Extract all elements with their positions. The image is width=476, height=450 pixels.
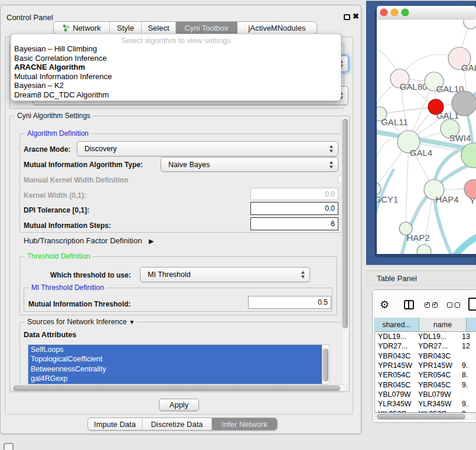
algorithm-option-label: Basic Correlation Inference bbox=[14, 54, 107, 63]
cell-shared-name: YBL079W bbox=[374, 390, 416, 399]
tab-network[interactable]: Network bbox=[54, 22, 110, 34]
cell-name: YBR045C bbox=[416, 380, 459, 390]
close-icon[interactable]: ✖ bbox=[353, 12, 359, 21]
cell-extra: 12 bbox=[459, 341, 474, 351]
data-attribute-item[interactable]: gal4RGexp bbox=[28, 374, 322, 383]
tab-label: Network bbox=[73, 24, 101, 32]
table-row[interactable]: YPR145W YPR145W 9. bbox=[374, 361, 476, 370]
new-table-icon[interactable] bbox=[468, 298, 476, 311]
select-all-columns-icon[interactable] bbox=[425, 302, 440, 308]
tab-label: Discretize Data bbox=[151, 420, 203, 429]
dpi-tolerance-label: DPI Tolerance [0,1]: bbox=[24, 206, 89, 214]
tab-discretize-data[interactable]: Discretize Data bbox=[142, 418, 212, 430]
tab-label: Impute Data bbox=[94, 420, 136, 429]
mi-type-label: Mutual Information Algorithm Type: bbox=[24, 161, 143, 169]
algorithm-option[interactable]: Bayesian – Hill Climbing bbox=[11, 44, 341, 54]
data-attribute-item[interactable]: SelfLoops bbox=[28, 345, 322, 354]
scrollbar-thumb[interactable] bbox=[13, 386, 340, 391]
table-row[interactable]: YBL079W YBL079W bbox=[374, 390, 476, 399]
cell-name: YDR27... bbox=[416, 341, 459, 351]
node-label: SWI4 bbox=[449, 133, 471, 143]
cell-name: YPR145W bbox=[416, 361, 459, 370]
chevron-right-icon[interactable]: ▶ bbox=[149, 237, 154, 245]
apply-button[interactable]: Apply bbox=[159, 399, 199, 411]
settings-group-title: Cyni Algorithm Settings bbox=[15, 112, 93, 120]
algorithm-dropdown: Select algorithm to view settings Bayesi… bbox=[11, 34, 341, 101]
algorithm-option-label: Bayesian – Hill Climbing bbox=[14, 44, 97, 53]
close-traffic-light[interactable] bbox=[380, 9, 387, 16]
column-header-shared-name[interactable]: shared... bbox=[374, 318, 419, 332]
cell-shared-name: YBR045C bbox=[374, 380, 416, 390]
data-attributes-label: Data Attributes bbox=[24, 331, 76, 339]
sources-title: Sources for Network Inference bbox=[27, 318, 127, 326]
table-row[interactable]: YBR045C YBR045C 9. bbox=[374, 380, 476, 390]
restore-window-icon[interactable] bbox=[344, 14, 350, 20]
mi-steps-input[interactable]: 6 bbox=[250, 217, 338, 230]
mi-type-select[interactable]: Naive Bayes bbox=[161, 157, 338, 172]
table-row[interactable]: YLR345W YLR345W 9. bbox=[374, 399, 476, 409]
cell-shared-name: YDL19... bbox=[374, 332, 416, 341]
column-header-3[interactable] bbox=[467, 318, 476, 332]
mi-threshold-definition-title: MI Threshold Definition bbox=[29, 283, 106, 292]
dpi-tolerance-input[interactable]: 0.0 bbox=[250, 202, 338, 215]
unselect-all-columns-icon[interactable] bbox=[447, 302, 462, 308]
algorithm-option[interactable]: Dream8 DC_TDC Algorithm bbox=[11, 90, 341, 100]
scrollbar-thumb[interactable] bbox=[343, 119, 348, 328]
algorithm-option-label: Bayesian – K2 bbox=[14, 81, 64, 90]
tab-infer-network[interactable]: Infer Network bbox=[212, 418, 277, 430]
tab-impute-data[interactable]: Impute Data bbox=[88, 418, 142, 430]
settings-vertical-scrollbar[interactable] bbox=[341, 117, 348, 384]
unchecked-box-icon bbox=[447, 302, 452, 308]
node-label: GAL80 bbox=[400, 81, 428, 92]
minimize-traffic-light[interactable] bbox=[391, 9, 398, 16]
panel-corner-widget[interactable] bbox=[4, 443, 14, 450]
algorithm-option[interactable]: Mutual Information Inference bbox=[11, 72, 341, 81]
tab-cyni-toolbox[interactable]: Cyni Toolbox bbox=[176, 22, 237, 34]
sources-expander[interactable]: Sources for Network Inference ▼ bbox=[25, 318, 137, 326]
table-row[interactable]: YDR27... YDR27... 12 bbox=[374, 341, 476, 351]
algorithm-dropdown-placeholder: Select algorithm to view settings bbox=[11, 36, 341, 44]
mi-threshold-input[interactable]: 0.5 bbox=[248, 296, 331, 309]
split-panel-icon[interactable] bbox=[404, 300, 414, 309]
algorithm-option-list: Bayesian – Hill Climbing Basic Correlati… bbox=[11, 44, 341, 99]
tab-style[interactable]: Style bbox=[110, 22, 142, 34]
cell-extra: 9. bbox=[459, 399, 474, 409]
tab-select[interactable]: Select bbox=[142, 22, 176, 34]
cell-shared-name: YER054C bbox=[374, 370, 416, 380]
checked-box-icon bbox=[432, 302, 438, 308]
cell-name: YER054C bbox=[416, 370, 459, 380]
combo-arrows-icon bbox=[301, 271, 305, 279]
aracne-mode-select[interactable]: Discovery bbox=[77, 141, 338, 156]
scrollbar-thumb[interactable] bbox=[323, 348, 328, 381]
table-row[interactable]: YBR043C YBR043C bbox=[374, 351, 476, 361]
gear-icon[interactable]: ⚙ bbox=[380, 298, 389, 311]
column-header-name[interactable]: name bbox=[419, 318, 467, 332]
table-panel-title: Table Panel bbox=[377, 274, 417, 283]
aracne-mode-value: Discovery bbox=[84, 145, 117, 153]
threshold-type-select[interactable]: MI Threshold bbox=[140, 267, 310, 282]
zoom-traffic-light[interactable] bbox=[402, 9, 409, 16]
mi-threshold-label: Mutual Information Threshold: bbox=[28, 300, 131, 308]
table-header-row: shared... name bbox=[374, 318, 476, 332]
cell-name: YBR043C bbox=[416, 351, 459, 361]
table-horizontal-scrollbar[interactable] bbox=[374, 413, 476, 420]
algorithm-option[interactable]: ARACNE Algorithm bbox=[11, 63, 341, 72]
algorithm-option[interactable]: Basic Correlation Inference bbox=[11, 54, 341, 63]
settings-horizontal-scrollbar[interactable] bbox=[11, 384, 347, 392]
data-attribute-item[interactable]: TopologicalCoefficient bbox=[28, 354, 322, 364]
data-attribute-item[interactable]: BetweennessCentrality bbox=[28, 364, 322, 374]
tab-jactivemnodules[interactable]: jActiveMNodules bbox=[237, 22, 317, 34]
cell-shared-name: YBR043C bbox=[374, 351, 416, 361]
mi-type-value: Naive Bayes bbox=[168, 161, 210, 169]
table-row[interactable]: YDL19... YDL19... 13 bbox=[374, 332, 476, 341]
scrollbar-thumb[interactable] bbox=[377, 414, 465, 419]
chevron-down-icon[interactable]: ▼ bbox=[129, 319, 135, 325]
cell-extra bbox=[459, 351, 474, 361]
kernel-width-input[interactable]: 0.0 bbox=[250, 188, 338, 200]
table-row[interactable]: YER054C YER054C 8. bbox=[374, 370, 476, 380]
attributes-list-scrollbar[interactable] bbox=[322, 345, 329, 384]
window-title: Control Panel bbox=[6, 13, 53, 22]
data-attributes-list[interactable]: SelfLoops TopologicalCoefficient Between… bbox=[28, 344, 330, 384]
algorithm-option[interactable]: Bayesian – K2 bbox=[11, 81, 341, 90]
hub-definition-expander[interactable]: Hub/Transcription Factor Definition ▶ bbox=[24, 236, 154, 245]
